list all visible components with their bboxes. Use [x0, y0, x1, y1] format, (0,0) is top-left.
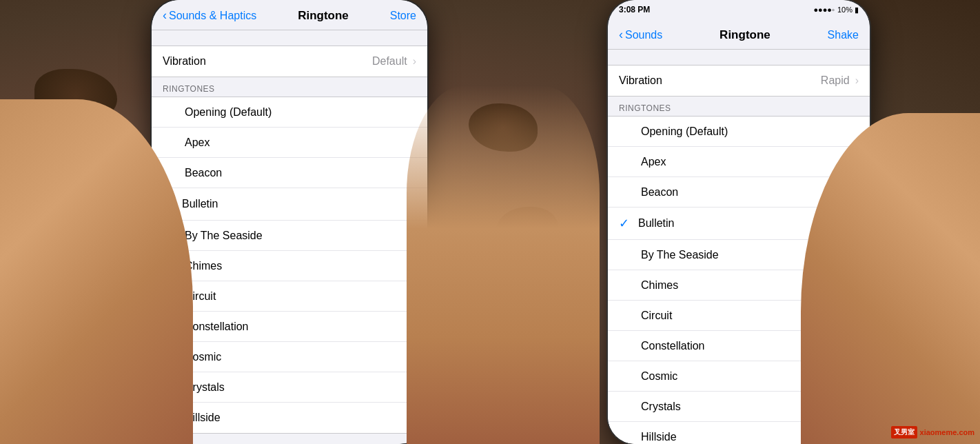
- left-ringtone-name-6: Circuit: [185, 290, 416, 303]
- left-vibration-label: Vibration: [163, 55, 372, 68]
- left-ringtone-row-3[interactable]: ✓ Bulletin: [152, 188, 427, 221]
- left-ringtone-name-1: Apex: [185, 137, 416, 149]
- right-shake-button[interactable]: Shake: [828, 29, 859, 41]
- watermark-site: xiaomeme.com: [920, 428, 974, 436]
- right-check-3: ✓: [619, 216, 635, 231]
- right-back-chevron: ‹: [619, 28, 623, 42]
- watermark-logo: 叉男室: [891, 426, 917, 438]
- right-vibration-chevron: ›: [855, 74, 859, 87]
- left-nav-bar: ‹ Sounds & Haptics Ringtone Store: [152, 0, 427, 30]
- left-store-button[interactable]: Store: [390, 10, 416, 22]
- left-vibration-group: Vibration Default ›: [152, 46, 427, 77]
- left-ringtone-row-6[interactable]: Circuit: [152, 281, 427, 312]
- right-ringtone-row-1[interactable]: Apex: [608, 147, 870, 177]
- right-ringtone-row-0[interactable]: Opening (Default): [608, 117, 870, 147]
- left-back-chevron: ‹: [163, 8, 167, 23]
- left-ringtone-row-7[interactable]: Constellation: [152, 312, 427, 342]
- left-ringtone-row-2[interactable]: Beacon: [152, 158, 427, 188]
- right-ringtone-name-0: Opening (Default): [641, 125, 859, 138]
- right-separator-top: [608, 50, 870, 65]
- right-status-indicators: ●●●●◦ 10% ▮: [813, 6, 859, 14]
- right-vibration-value: Rapid: [821, 74, 850, 87]
- left-ringtone-name-0: Opening (Default): [185, 106, 416, 119]
- right-vibration-group: Vibration Rapid ›: [608, 65, 870, 97]
- watermark: 叉男室 xiaomeme.com: [891, 426, 974, 438]
- right-status-bar: 3:08 PM ●●●●◦ 10% ▮: [608, 0, 870, 19]
- left-ringtone-name-3: Bulletin: [182, 198, 416, 210]
- left-phone-screen: ‹ Sounds & Haptics Ringtone Store Vibrat…: [152, 0, 427, 444]
- left-vibration-chevron: ›: [413, 55, 416, 68]
- left-ringtone-list: Opening (Default) Apex Beacon ✓ Bulletin…: [152, 97, 427, 434]
- left-ringtone-name-2: Beacon: [185, 167, 416, 179]
- right-battery-indicator: 10% ▮: [837, 6, 859, 14]
- left-ringtone-name-8: Cosmic: [185, 351, 416, 363]
- left-ringtone-name-4: By The Seaside: [185, 230, 416, 242]
- right-vibration-label: Vibration: [619, 74, 821, 87]
- left-ringtone-row-8[interactable]: Cosmic: [152, 342, 427, 372]
- left-nav-title: Ringtone: [298, 9, 349, 23]
- left-vibration-row[interactable]: Vibration Default ›: [152, 46, 427, 77]
- left-phone: ‹ Sounds & Haptics Ringtone Store Vibrat…: [152, 0, 427, 444]
- right-nav-title: Ringtone: [719, 28, 770, 42]
- left-ringtone-name-7: Constellation: [185, 321, 416, 333]
- left-ringtone-name-10: Hillside: [185, 412, 416, 424]
- left-back-button[interactable]: ‹ Sounds & Haptics: [163, 8, 256, 23]
- left-ringtone-row-10[interactable]: Hillside: [152, 403, 427, 433]
- left-section-header: RINGTONES: [152, 79, 427, 97]
- right-vibration-row[interactable]: Vibration Rapid ›: [608, 65, 870, 96]
- left-ringtone-name-9: Crystals: [185, 381, 416, 394]
- left-ringtone-row-9[interactable]: Crystals: [152, 372, 427, 403]
- right-back-button[interactable]: ‹ Sounds: [619, 28, 662, 42]
- right-ringtone-name-1: Apex: [641, 156, 859, 168]
- left-vibration-value: Default: [372, 55, 407, 68]
- right-signal-icon: ●●●●◦: [813, 6, 834, 14]
- right-section-header: RINGTONES: [608, 98, 870, 116]
- right-nav-bar: ‹ Sounds Ringtone Shake: [608, 19, 870, 50]
- left-ringtone-row-5[interactable]: Chimes: [152, 251, 427, 281]
- hand-middle: [407, 85, 600, 444]
- right-status-time: 3:08 PM: [619, 5, 650, 14]
- left-back-label: Sounds & Haptics: [169, 10, 256, 22]
- left-ringtone-row-4[interactable]: By The Seaside: [152, 221, 427, 251]
- left-separator-top: [152, 30, 427, 46]
- left-ringtone-row-0[interactable]: Opening (Default): [152, 97, 427, 128]
- right-back-label: Sounds: [625, 29, 662, 41]
- left-phone-content: ‹ Sounds & Haptics Ringtone Store Vibrat…: [152, 0, 427, 444]
- left-ringtone-row-1[interactable]: Apex: [152, 128, 427, 158]
- left-ringtone-name-5: Chimes: [185, 260, 416, 272]
